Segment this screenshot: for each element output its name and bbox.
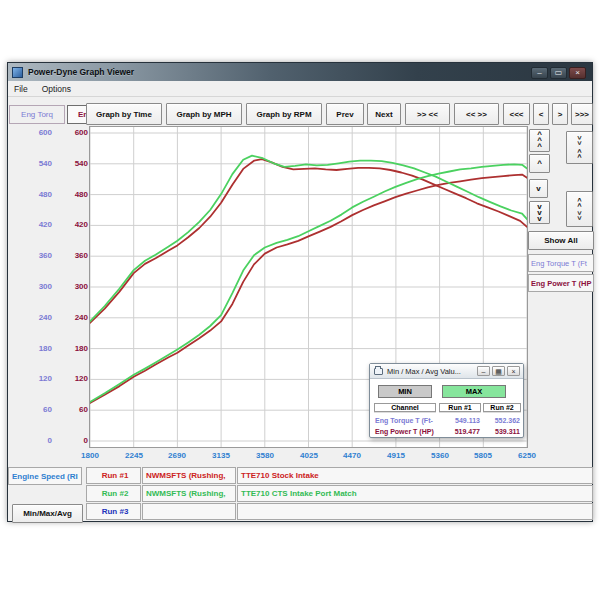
max-button[interactable]: MAX: [442, 385, 506, 398]
scroll-up-button[interactable]: ^: [529, 154, 550, 173]
minimize-button[interactable]: –: [531, 67, 548, 79]
show-all-button[interactable]: Show All: [528, 231, 594, 250]
minmax-grid-button[interactable]: ▦: [492, 366, 505, 376]
run2-label[interactable]: Run #2: [86, 485, 141, 502]
rpm-tick-label: 4025: [289, 451, 329, 460]
minmax-close-button[interactable]: ×: [507, 366, 520, 376]
next-button[interactable]: Next: [367, 103, 401, 125]
minmax-title-bar[interactable]: Min / Max / Avg Valu... – ▦ ×: [370, 364, 523, 379]
scroll-up-fast-button[interactable]: ^^^: [529, 129, 550, 152]
minmax-power-run1: 519.477: [442, 428, 480, 435]
torque-tick-label: 600: [39, 128, 52, 137]
run2-name: NWMSFTS (Rushing,: [142, 485, 236, 502]
minmax-window[interactable]: Min / Max / Avg Valu... – ▦ × MIN MAX Ch…: [369, 363, 524, 438]
power-tick-label: 540: [75, 159, 88, 168]
run3-desc: [237, 503, 593, 520]
minmax-torque-run1: 549.113: [442, 417, 480, 424]
rpm-tick-label: 3580: [245, 451, 285, 460]
torque-tick-label: 360: [39, 251, 52, 260]
zoom-out-x-button[interactable]: << >>: [454, 103, 499, 125]
torque-tick-label: 300: [39, 282, 52, 291]
power-tick-label: 360: [75, 251, 88, 260]
power-axis-labels: 060120180240300360420480540600: [54, 63, 88, 463]
torque-tick-label: 480: [39, 190, 52, 199]
power-tick-label: 60: [79, 405, 88, 414]
power-tick-label: 600: [75, 128, 88, 137]
rpm-tick-label: 1800: [70, 451, 110, 460]
menu-bar: File Options: [8, 81, 592, 97]
close-button[interactable]: ×: [569, 67, 586, 79]
power-tick-label: 0: [84, 436, 88, 445]
restore-button[interactable]: ▭: [550, 67, 567, 79]
x-axis-name-box: Engine Speed (RI: [8, 467, 82, 485]
minmax-title: Min / Max / Avg Valu...: [387, 367, 461, 376]
power-tick-label: 420: [75, 220, 88, 229]
rpm-tick-label: 2245: [114, 451, 154, 460]
minmax-torque-run2: 552.362: [484, 417, 520, 424]
power-tick-label: 300: [75, 282, 88, 291]
rpm-tick-label: 5805: [463, 451, 503, 460]
torque-tick-label: 120: [39, 374, 52, 383]
graph-by-time-button[interactable]: Graph by Time: [86, 103, 162, 125]
minmax-power-channel: Eng Power T (HP): [375, 428, 434, 435]
col-header-run2: Run #2: [483, 403, 521, 412]
minmax-minimize-button[interactable]: –: [477, 366, 490, 376]
run1-label[interactable]: Run #1: [86, 467, 141, 484]
scroll-down-button[interactable]: v: [529, 179, 548, 198]
legend-power-channel[interactable]: Eng Power T (HP: [528, 274, 594, 292]
rpm-tick-label: 3135: [201, 451, 241, 460]
main-window: Power-Dyne Graph Viewer – ▭ × File Optio…: [7, 62, 593, 522]
min-button[interactable]: MIN: [378, 385, 432, 398]
power-tick-label: 180: [75, 344, 88, 353]
rpm-tick-label: 5360: [420, 451, 460, 460]
torque-tick-label: 180: [39, 344, 52, 353]
run1-desc: TTE710 Stock Intake: [237, 467, 593, 484]
torque-tick-label: 60: [43, 405, 52, 414]
pan-right-button[interactable]: >: [552, 103, 568, 125]
run2-desc: TTE710 CTS Intake Port Match: [237, 485, 593, 502]
graph-by-rpm-button[interactable]: Graph by RPM: [246, 103, 322, 125]
rpm-tick-label: 2690: [157, 451, 197, 460]
title-bar[interactable]: Power-Dyne Graph Viewer – ▭ ×: [8, 63, 592, 81]
torque-tick-label: 540: [39, 159, 52, 168]
zoom-in-y-button[interactable]: >> <<: [566, 131, 593, 164]
col-header-run1: Run #1: [439, 403, 481, 412]
minmax-torque-channel: Eng Torque T (Ft-: [375, 417, 433, 424]
zoom-out-y-button[interactable]: << >>: [566, 191, 593, 227]
prev-button[interactable]: Prev: [326, 103, 364, 125]
power-tick-label: 120: [75, 374, 88, 383]
run1-name: NWMSFTS (Rushing,: [142, 467, 236, 484]
run3-name: [142, 503, 236, 520]
pan-far-left-button[interactable]: <<<: [503, 103, 530, 125]
torque-tick-label: 420: [39, 220, 52, 229]
folder-icon: [374, 368, 383, 375]
scroll-down-fast-button[interactable]: vvv: [529, 201, 550, 224]
power-tick-label: 480: [75, 190, 88, 199]
legend-torque-channel[interactable]: Eng Torque T (Ft: [528, 254, 594, 272]
torque-tick-label: 240: [39, 313, 52, 322]
minmaxavg-button[interactable]: Min/Max/Avg: [12, 504, 83, 523]
torque-axis-labels: 060120180240300360420480540600: [16, 63, 52, 463]
minmax-power-run2: 539.311: [484, 428, 520, 435]
graph-by-mph-button[interactable]: Graph by MPH: [166, 103, 242, 125]
rpm-tick-label: 6250: [507, 451, 547, 460]
rpm-tick-label: 4915: [376, 451, 416, 460]
zoom-in-x-button[interactable]: >> <<: [405, 103, 450, 125]
run3-label[interactable]: Run #3: [86, 503, 141, 520]
pan-left-button[interactable]: <: [533, 103, 549, 125]
pan-far-right-button[interactable]: >>>: [571, 103, 593, 125]
torque-tick-label: 0: [48, 436, 52, 445]
col-header-channel: Channel: [374, 403, 436, 412]
power-tick-label: 240: [75, 313, 88, 322]
rpm-tick-label: 4470: [332, 451, 372, 460]
